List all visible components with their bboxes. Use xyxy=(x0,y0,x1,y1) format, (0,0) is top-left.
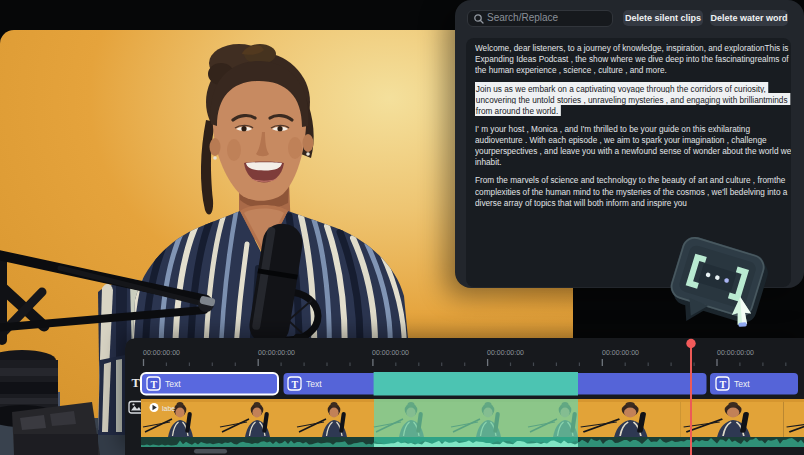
svg-text:Text: Text xyxy=(306,379,322,389)
svg-text:00:00:00:00: 00:00:00:00 xyxy=(143,348,180,357)
svg-text:00:00:00:00: 00:00:00:00 xyxy=(717,348,754,357)
svg-text:labe: labe xyxy=(162,405,175,412)
svg-text:Text: Text xyxy=(165,379,181,389)
svg-text:T: T xyxy=(720,379,727,390)
svg-text:00:00:00:00: 00:00:00:00 xyxy=(487,348,524,357)
svg-text:00:00:00:00: 00:00:00:00 xyxy=(258,348,295,357)
svg-text:Text: Text xyxy=(734,379,750,389)
svg-text:T: T xyxy=(292,379,299,390)
svg-text:00:00:00:00: 00:00:00:00 xyxy=(372,348,409,357)
svg-text:T: T xyxy=(132,376,141,390)
svg-text:00:00:00:00: 00:00:00:00 xyxy=(602,348,639,357)
svg-text:T: T xyxy=(151,379,158,390)
